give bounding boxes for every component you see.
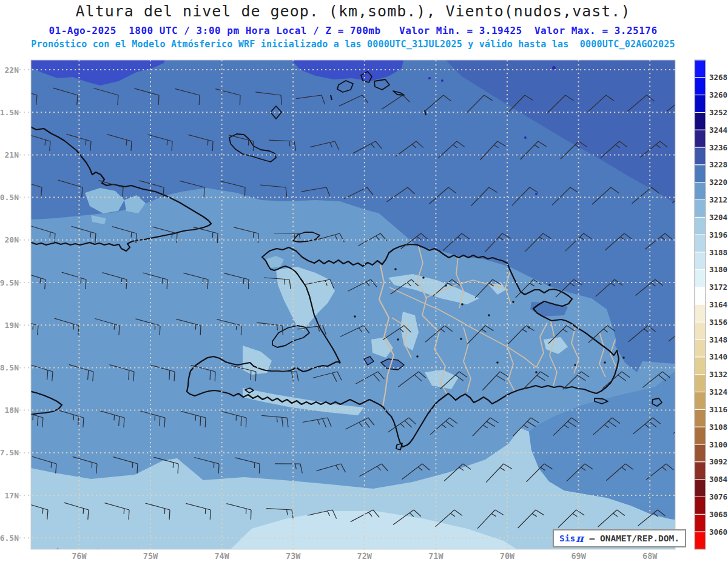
colorbar-label: 3148 — [709, 335, 727, 344]
colorbar-cell — [695, 200, 706, 218]
city-dot — [416, 355, 419, 358]
colorbar-label: 3100 — [709, 440, 727, 449]
city-dot — [461, 303, 463, 306]
contour-speck — [441, 79, 443, 82]
colorbar-cell — [695, 252, 706, 270]
y-axis-label: 7.5N — [0, 448, 19, 457]
colorbar-label: 3204 — [709, 213, 727, 222]
contour-speck — [535, 193, 538, 195]
x-axis-label: 71W — [428, 551, 443, 561]
map-canvas: 22N1.5N21N0.5N20N9.5N19N8.5N18N7.5N17N6.… — [0, 0, 728, 562]
colorbar-cell — [695, 112, 706, 130]
colorbar-cell — [695, 497, 706, 515]
colorbar-label: 3196 — [709, 230, 727, 239]
colorbar-label: 3092 — [709, 457, 727, 466]
colorbar-label: 3156 — [709, 318, 727, 327]
colorbar-cell — [695, 235, 706, 252]
city-dot — [574, 364, 576, 366]
colorbar-cell — [695, 95, 706, 113]
y-axis-label: 0.5N — [0, 193, 19, 202]
colorbar-label: 3260 — [709, 90, 727, 99]
city-dot — [604, 361, 606, 364]
watermark-brand: Sis — [559, 534, 575, 543]
colorbar-cell — [695, 480, 706, 497]
colorbar-label: 3076 — [709, 492, 727, 501]
wind-barb — [16, 549, 41, 562]
city-dot — [496, 361, 499, 364]
colorbar-cell — [695, 322, 706, 340]
x-axis-label: 69W — [571, 551, 586, 561]
colorbar-label: 3060 — [709, 527, 727, 537]
colorbar-cell — [695, 392, 706, 410]
contour-speck — [524, 136, 527, 139]
wind-barb — [300, 556, 329, 562]
colorbar-label: 3084 — [709, 475, 727, 484]
colorbar-cell — [695, 147, 706, 165]
city-dot — [422, 276, 425, 279]
colorbar-label: 3068 — [709, 510, 727, 519]
x-axis-label: 68W — [642, 551, 658, 561]
colorbar-cell — [695, 287, 706, 305]
x-axis-label: 73W — [286, 551, 301, 561]
colorbar-label: 3244 — [709, 125, 727, 135]
colorbar-cell — [695, 409, 706, 427]
y-axis-label: 17N — [5, 491, 19, 500]
colorbar-cell — [695, 375, 706, 392]
city-dot — [394, 268, 397, 270]
watermark-text: – ONAMET/REP.DOM. — [584, 534, 679, 543]
colorbar-cell — [695, 78, 706, 95]
colorbar-label: 3172 — [709, 283, 727, 292]
colorbar-cell — [695, 305, 706, 323]
colorbar-cell — [695, 514, 706, 532]
city-dot — [488, 314, 490, 316]
colorbar-cell — [695, 130, 706, 147]
city-dot — [548, 284, 551, 286]
colorbar-cell — [695, 532, 706, 549]
colorbar-cell — [695, 182, 706, 200]
wind-barb — [259, 554, 286, 562]
x-axis-label: 75W — [143, 551, 158, 561]
colorbar-label: 3252 — [709, 108, 727, 117]
city-dot — [460, 338, 462, 340]
weather-chart-page: Altura del nivel de geop. (km,somb.), Vi… — [0, 0, 728, 562]
city-dot — [354, 315, 356, 318]
colorbar-cell — [695, 427, 706, 444]
colorbar-label: 3108 — [709, 423, 727, 432]
watermark-box: Sisπ – ONAMET/REP.DOM. — [553, 529, 686, 547]
x-axis-label: 72W — [357, 551, 372, 561]
y-axis-label: 18N — [5, 406, 19, 415]
city-dot — [622, 356, 625, 359]
colorbar-cell — [695, 217, 706, 235]
wind-barb — [178, 549, 203, 562]
contour-speck — [428, 77, 431, 79]
wind-barb — [671, 556, 698, 562]
colorbar-label: 3116 — [709, 405, 727, 414]
y-axis-label: 21N — [5, 150, 19, 159]
wind-barb — [98, 549, 122, 562]
y-axis-label: 1.5N — [0, 108, 19, 117]
wind-barb — [591, 556, 618, 562]
colorbar-cell — [695, 60, 706, 78]
colorbar-cell — [695, 340, 706, 357]
x-axis-label: 76W — [72, 551, 87, 561]
colorbar-label: 3164 — [709, 300, 727, 309]
colorbar-label: 3132 — [709, 370, 727, 379]
x-axis-label: 74W — [214, 551, 229, 561]
colorbar-label: 3124 — [709, 387, 727, 396]
colorbar-label: 3140 — [709, 352, 727, 361]
colorbar: 3268326032523244323632283220321232043196… — [695, 60, 727, 549]
colorbar-cell — [695, 444, 706, 462]
colorbar-cell — [695, 357, 706, 375]
colorbar-cell — [695, 165, 706, 182]
colorbar-label: 3180 — [709, 265, 727, 274]
colorbar-label: 3236 — [709, 143, 727, 152]
y-axis-label: 8.5N — [0, 363, 19, 372]
colorbar-label: 3268 — [709, 73, 727, 82]
x-axis-label: 70W — [500, 551, 515, 561]
colorbar-label: 3212 — [709, 195, 727, 204]
y-axis-label: 20N — [5, 235, 19, 244]
colorbar-label: 3188 — [709, 248, 727, 257]
y-axis-label: 6.5N — [0, 534, 19, 543]
colorbar-cell — [695, 270, 706, 287]
colorbar-label: 3228 — [709, 160, 727, 169]
